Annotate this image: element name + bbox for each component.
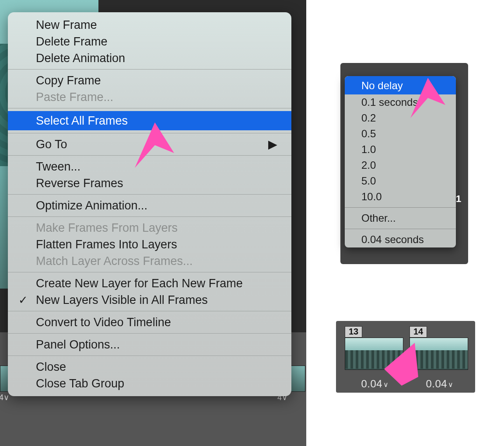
frame-thumbnail[interactable] [345, 338, 403, 370]
delay-item-5-0[interactable]: 5.0 [345, 173, 456, 189]
checkmark-icon: ✓ [18, 293, 28, 307]
frame-delay-button[interactable]: 0.04∨ [410, 378, 470, 390]
menu-item-flatten-frames-into-layers[interactable]: Flatten Frames Into Layers [8, 236, 291, 253]
delay-item-10-0[interactable]: 10.0 [345, 189, 456, 205]
frame-delay-value: 0.04 [426, 378, 447, 390]
menu-separator [345, 229, 456, 229]
chevron-down-icon: ∨ [383, 381, 389, 388]
menu-separator [8, 108, 291, 108]
delay-item-2-0[interactable]: 2.0 [345, 157, 456, 173]
timeline-panel-context-menu: New Frame Delete Frame Delete Animation … [8, 12, 291, 396]
menu-separator [8, 69, 291, 70]
delay-item-0-1[interactable]: 0.1 seconds [345, 94, 456, 110]
menu-item-go-to[interactable]: Go To ▶ [8, 136, 291, 153]
frame-number-peek: 1 [456, 193, 464, 206]
delay-item-0-5[interactable]: 0.5 [345, 126, 456, 142]
menu-separator [8, 133, 291, 133]
chevron-down-icon: ∨ [448, 381, 454, 388]
submenu-arrow-icon: ▶ [268, 137, 277, 151]
delay-item-1-0[interactable]: 1.0 [345, 142, 456, 157]
menu-item-panel-options[interactable]: Panel Options... [8, 336, 291, 353]
delay-item-0-2[interactable]: 0.2 [345, 110, 456, 126]
menu-separator [8, 194, 291, 195]
menu-item-delete-animation[interactable]: Delete Animation [8, 50, 291, 66]
menu-item-tween[interactable]: Tween... [8, 158, 291, 175]
menu-item-close-tab-group[interactable]: Close Tab Group [8, 375, 291, 392]
menu-item-optimize-animation[interactable]: Optimize Animation... [8, 197, 291, 214]
timeline-frame-delay-label[interactable]: 4∨ [0, 393, 10, 402]
delay-item-other[interactable]: Other... [345, 210, 456, 226]
timeline-frame-thumb[interactable] [290, 366, 305, 392]
timeline-frame[interactable]: 14 0.04∨ [410, 326, 470, 393]
frame-delay-menu: No delay 0.1 seconds 0.2 0.5 1.0 2.0 5.0… [345, 76, 456, 247]
menu-item-reverse-frames[interactable]: Reverse Frames [8, 175, 291, 192]
frame-delay-popup-region: No delay 0.1 seconds 0.2 0.5 1.0 2.0 5.0… [340, 63, 468, 264]
menu-item-label: Go To [36, 138, 67, 151]
menu-item-new-frame[interactable]: New Frame [8, 17, 291, 33]
frame-number-label: 14 [410, 326, 427, 338]
menu-item-paste-frame: Paste Frame... [8, 89, 291, 105]
menu-item-new-layers-visible[interactable]: ✓ New Layers Visible in All Frames [8, 292, 291, 308]
frame-delay-value: 0.04 [361, 378, 382, 390]
menu-separator [8, 216, 291, 217]
timeline-frame[interactable]: 13 0.04∨ [345, 326, 405, 393]
menu-item-make-frames-from-layers: Make Frames From Layers [8, 220, 291, 236]
menu-separator [8, 155, 291, 156]
delay-item-no-delay[interactable]: No delay [345, 76, 456, 94]
menu-separator [8, 311, 291, 311]
menu-item-delete-frame[interactable]: Delete Frame [8, 33, 291, 50]
frame-thumbnail[interactable] [410, 338, 468, 370]
menu-item-match-layer-across-frames: Match Layer Across Frames... [8, 253, 291, 269]
menu-item-close[interactable]: Close [8, 359, 291, 375]
delay-item-current[interactable]: 0.04 seconds [345, 232, 456, 247]
menu-separator [345, 207, 456, 208]
frame-number-label: 13 [345, 326, 362, 338]
menu-item-copy-frame[interactable]: Copy Frame [8, 72, 291, 89]
frame-delay-button[interactable]: 0.04∨ [345, 378, 405, 390]
menu-separator [8, 333, 291, 334]
menu-separator [8, 272, 291, 272]
menu-item-create-new-layer[interactable]: Create New Layer for Each New Frame [8, 275, 291, 292]
menu-item-select-all-frames[interactable]: Select All Frames [8, 111, 291, 130]
menu-separator [8, 355, 291, 356]
timeline-frames-panel: 13 0.04∨ 14 0.04∨ [336, 321, 475, 393]
menu-item-label: New Layers Visible in All Frames [36, 293, 208, 307]
menu-item-convert-to-video-timeline[interactable]: Convert to Video Timeline [8, 314, 291, 331]
